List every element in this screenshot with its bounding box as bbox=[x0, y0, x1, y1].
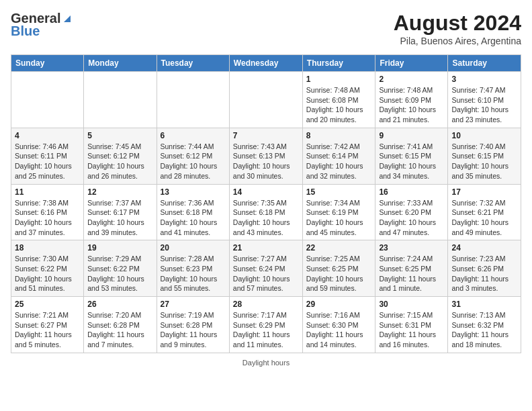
day-number: 12 bbox=[87, 187, 152, 197]
day-info: Sunrise: 7:23 AM Sunset: 6:26 PM Dayligh… bbox=[451, 254, 517, 293]
calendar-empty-cell bbox=[84, 72, 157, 128]
day-info: Sunrise: 7:34 AM Sunset: 6:19 PM Dayligh… bbox=[306, 198, 372, 238]
footer: Daylight hours bbox=[11, 359, 521, 367]
day-number: 11 bbox=[15, 187, 80, 197]
calendar-empty-cell bbox=[11, 72, 84, 128]
day-number: 2 bbox=[379, 75, 444, 84]
day-number: 26 bbox=[87, 300, 152, 309]
day-number: 16 bbox=[379, 187, 444, 197]
calendar-table: SundayMondayTuesdayWednesdayThursdayFrid… bbox=[11, 54, 521, 353]
day-info: Sunrise: 7:13 AM Sunset: 6:32 PM Dayligh… bbox=[451, 310, 517, 350]
calendar-day-3: 3Sunrise: 7:47 AM Sunset: 6:10 PM Daylig… bbox=[448, 72, 521, 128]
calendar-day-2: 2Sunrise: 7:48 AM Sunset: 6:09 PM Daylig… bbox=[375, 72, 448, 128]
calendar-day-24: 24Sunrise: 7:23 AM Sunset: 6:26 PM Dayli… bbox=[448, 240, 521, 297]
day-number: 9 bbox=[379, 131, 444, 140]
calendar-day-5: 5Sunrise: 7:45 AM Sunset: 6:12 PM Daylig… bbox=[84, 128, 157, 184]
calendar-day-19: 19Sunrise: 7:29 AM Sunset: 6:22 PM Dayli… bbox=[84, 240, 157, 297]
day-number: 19 bbox=[87, 243, 152, 253]
title-block: August 2024 Pila, Buenos Aires, Argentin… bbox=[394, 11, 521, 46]
calendar-header-sunday: Sunday bbox=[11, 55, 84, 72]
calendar-day-13: 13Sunrise: 7:36 AM Sunset: 6:18 PM Dayli… bbox=[157, 184, 229, 240]
day-info: Sunrise: 7:30 AM Sunset: 6:22 PM Dayligh… bbox=[15, 254, 80, 293]
day-number: 25 bbox=[15, 300, 80, 309]
calendar-week-row-1: 1Sunrise: 7:48 AM Sunset: 6:08 PM Daylig… bbox=[11, 72, 521, 128]
calendar-header-monday: Monday bbox=[84, 55, 157, 72]
calendar-header-thursday: Thursday bbox=[302, 55, 375, 72]
calendar-day-23: 23Sunrise: 7:24 AM Sunset: 6:25 PM Dayli… bbox=[375, 240, 448, 297]
calendar-day-10: 10Sunrise: 7:40 AM Sunset: 6:15 PM Dayli… bbox=[448, 128, 521, 184]
day-number: 28 bbox=[233, 300, 299, 309]
day-number: 29 bbox=[306, 300, 372, 309]
calendar-day-22: 22Sunrise: 7:25 AM Sunset: 6:25 PM Dayli… bbox=[302, 240, 375, 297]
calendar-day-27: 27Sunrise: 7:19 AM Sunset: 6:28 PM Dayli… bbox=[157, 297, 229, 353]
day-number: 30 bbox=[379, 300, 444, 309]
logo-triangle-icon bbox=[61, 13, 73, 25]
day-number: 13 bbox=[161, 187, 226, 197]
calendar-week-row-4: 18Sunrise: 7:30 AM Sunset: 6:22 PM Dayli… bbox=[11, 240, 521, 297]
calendar-day-18: 18Sunrise: 7:30 AM Sunset: 6:22 PM Dayli… bbox=[11, 240, 84, 297]
day-number: 27 bbox=[161, 300, 226, 309]
calendar-header-friday: Friday bbox=[375, 55, 448, 72]
calendar-day-1: 1Sunrise: 7:48 AM Sunset: 6:08 PM Daylig… bbox=[302, 72, 375, 128]
calendar-day-12: 12Sunrise: 7:37 AM Sunset: 6:17 PM Dayli… bbox=[84, 184, 157, 240]
day-info: Sunrise: 7:32 AM Sunset: 6:21 PM Dayligh… bbox=[451, 198, 517, 238]
calendar-day-4: 4Sunrise: 7:46 AM Sunset: 6:11 PM Daylig… bbox=[11, 128, 84, 184]
day-info: Sunrise: 7:33 AM Sunset: 6:20 PM Dayligh… bbox=[379, 198, 444, 238]
day-number: 4 bbox=[15, 131, 80, 140]
day-number: 6 bbox=[161, 131, 226, 140]
day-info: Sunrise: 7:38 AM Sunset: 6:16 PM Dayligh… bbox=[15, 198, 80, 238]
day-info: Sunrise: 7:28 AM Sunset: 6:23 PM Dayligh… bbox=[161, 254, 226, 293]
calendar-header-saturday: Saturday bbox=[448, 55, 521, 72]
day-info: Sunrise: 7:35 AM Sunset: 6:18 PM Dayligh… bbox=[233, 198, 299, 238]
day-info: Sunrise: 7:42 AM Sunset: 6:14 PM Dayligh… bbox=[306, 142, 372, 181]
calendar-week-row-5: 25Sunrise: 7:21 AM Sunset: 6:27 PM Dayli… bbox=[11, 297, 521, 353]
calendar-day-15: 15Sunrise: 7:34 AM Sunset: 6:19 PM Dayli… bbox=[302, 184, 375, 240]
day-info: Sunrise: 7:17 AM Sunset: 6:29 PM Dayligh… bbox=[233, 310, 299, 350]
calendar-day-25: 25Sunrise: 7:21 AM Sunset: 6:27 PM Dayli… bbox=[11, 297, 84, 353]
calendar-day-26: 26Sunrise: 7:20 AM Sunset: 6:28 PM Dayli… bbox=[84, 297, 157, 353]
page-header: General Blue August 2024 Pila, Buenos Ai… bbox=[11, 11, 521, 46]
day-info: Sunrise: 7:48 AM Sunset: 6:08 PM Dayligh… bbox=[306, 85, 372, 125]
day-info: Sunrise: 7:41 AM Sunset: 6:15 PM Dayligh… bbox=[379, 142, 444, 181]
day-number: 17 bbox=[451, 187, 517, 197]
day-number: 5 bbox=[87, 131, 152, 140]
day-info: Sunrise: 7:36 AM Sunset: 6:18 PM Dayligh… bbox=[161, 198, 226, 238]
calendar-day-14: 14Sunrise: 7:35 AM Sunset: 6:18 PM Dayli… bbox=[229, 184, 302, 240]
day-number: 3 bbox=[451, 75, 517, 84]
svg-marker-0 bbox=[64, 15, 71, 22]
day-number: 23 bbox=[379, 243, 444, 253]
day-info: Sunrise: 7:15 AM Sunset: 6:31 PM Dayligh… bbox=[379, 310, 444, 350]
calendar-day-7: 7Sunrise: 7:43 AM Sunset: 6:13 PM Daylig… bbox=[229, 128, 302, 184]
day-info: Sunrise: 7:48 AM Sunset: 6:09 PM Dayligh… bbox=[379, 85, 444, 125]
day-info: Sunrise: 7:40 AM Sunset: 6:15 PM Dayligh… bbox=[451, 142, 517, 181]
day-number: 14 bbox=[233, 187, 299, 197]
calendar-day-31: 31Sunrise: 7:13 AM Sunset: 6:32 PM Dayli… bbox=[448, 297, 521, 353]
calendar-week-row-2: 4Sunrise: 7:46 AM Sunset: 6:11 PM Daylig… bbox=[11, 128, 521, 184]
logo: General Blue bbox=[11, 11, 74, 39]
logo-blue: Blue bbox=[11, 24, 40, 39]
day-number: 24 bbox=[451, 243, 517, 253]
calendar-empty-cell bbox=[229, 72, 302, 128]
day-info: Sunrise: 7:29 AM Sunset: 6:22 PM Dayligh… bbox=[87, 254, 152, 293]
day-info: Sunrise: 7:44 AM Sunset: 6:12 PM Dayligh… bbox=[161, 142, 226, 181]
day-info: Sunrise: 7:47 AM Sunset: 6:10 PM Dayligh… bbox=[451, 85, 517, 125]
day-number: 20 bbox=[161, 243, 226, 253]
day-number: 10 bbox=[451, 131, 517, 140]
day-info: Sunrise: 7:37 AM Sunset: 6:17 PM Dayligh… bbox=[87, 198, 152, 238]
day-number: 31 bbox=[451, 300, 517, 309]
calendar-header-tuesday: Tuesday bbox=[157, 55, 229, 72]
calendar-day-16: 16Sunrise: 7:33 AM Sunset: 6:20 PM Dayli… bbox=[375, 184, 448, 240]
day-number: 21 bbox=[233, 243, 299, 253]
calendar-header-row: SundayMondayTuesdayWednesdayThursdayFrid… bbox=[11, 55, 521, 72]
day-number: 1 bbox=[306, 75, 372, 84]
day-number: 7 bbox=[233, 131, 299, 140]
day-info: Sunrise: 7:16 AM Sunset: 6:30 PM Dayligh… bbox=[306, 310, 372, 350]
calendar-empty-cell bbox=[157, 72, 229, 128]
day-number: 22 bbox=[306, 243, 372, 253]
calendar-day-29: 29Sunrise: 7:16 AM Sunset: 6:30 PM Dayli… bbox=[302, 297, 375, 353]
calendar-day-11: 11Sunrise: 7:38 AM Sunset: 6:16 PM Dayli… bbox=[11, 184, 84, 240]
calendar-day-9: 9Sunrise: 7:41 AM Sunset: 6:15 PM Daylig… bbox=[375, 128, 448, 184]
calendar-day-28: 28Sunrise: 7:17 AM Sunset: 6:29 PM Dayli… bbox=[229, 297, 302, 353]
day-info: Sunrise: 7:46 AM Sunset: 6:11 PM Dayligh… bbox=[15, 142, 80, 181]
month-year-title: August 2024 bbox=[394, 11, 521, 36]
